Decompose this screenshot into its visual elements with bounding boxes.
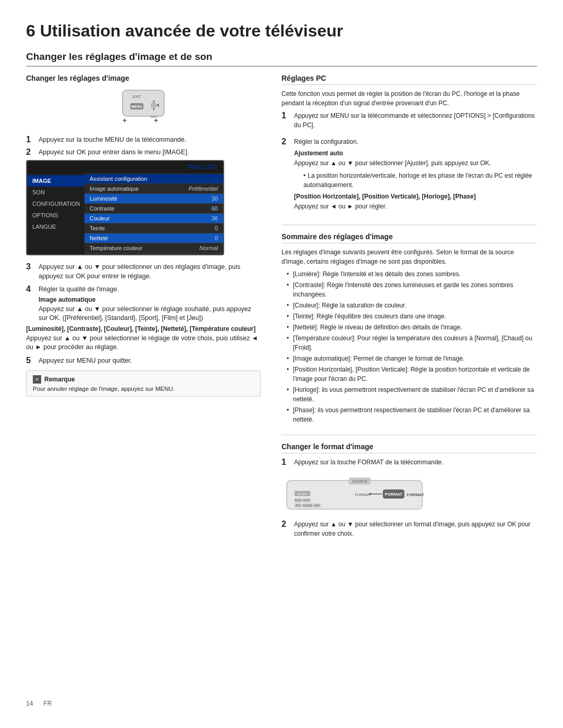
summary-section: Sommaire des réglages d'image Les réglag… [282, 232, 537, 424]
right-column: Réglages PC Cette fonction vous permet d… [282, 74, 537, 684]
menu-row-contraste: Contraste 60 [84, 204, 223, 214]
bullet-9: [Horloge]: ils vous permettront respecti… [287, 385, 537, 404]
menu-row-value: 60 [212, 205, 218, 212]
bullet-3: [Couleur]: Règle la saturation de couleu… [287, 301, 537, 310]
svg-text:FORMAT: FORMAT [385, 492, 402, 497]
step-4-num: 4 [26, 285, 34, 294]
pc-step-1-num: 1 [282, 111, 290, 133]
format-step-2: 2 Appuyez sur ▲ ou ▼ pour sélectionner u… [282, 520, 537, 541]
menu-row-assistant: Assistant configuration [84, 174, 223, 184]
chapter-number: 6 [26, 21, 35, 40]
pc-step-2-num: 2 [282, 137, 290, 214]
pc-step-1-text: Appuyez sur MENU sur la télécommande et … [294, 111, 537, 130]
note-header: ≡ Remarque [33, 375, 254, 384]
bullet-1: [Lumière]: Règle l'intensité et les déta… [287, 269, 537, 279]
pc-subgroup-label: [Position Horizontale], [Position Vertic… [294, 193, 537, 200]
svg-text:SAP: SAP [314, 504, 320, 507]
svg-text:PIC: PIC [296, 504, 300, 507]
pc-step-2-note: •La position horizontale/verticale, horl… [303, 171, 537, 190]
sidebar-configuration: CONFIGURATION [27, 198, 84, 209]
bullet-10: [Phase]: ils vous permettront respective… [287, 405, 537, 424]
menu-row-label: Netteté [90, 235, 108, 241]
format-step-2-text: Appuyez sur ▲ ou ▼ pour sélectionner un … [294, 520, 537, 538]
tv-menu-header: PHILIPS [27, 161, 223, 173]
format-step-1-text: Appuyez sur la touche FORMAT de la téléc… [294, 458, 443, 467]
subgroup-1-text: Appuyez sur ▲ ou ▼ pour sélectionner le … [26, 334, 261, 352]
menu-row-value: 36 [212, 215, 218, 221]
format-diagram: SOURCE SLEEP AUTO AUTO PIC SOUND [282, 475, 537, 514]
svg-text:+: + [123, 116, 127, 125]
svg-text:SOURCE: SOURCE [352, 479, 368, 483]
step-3-num: 3 [26, 262, 34, 272]
pc-step-2-label: Régler la configuration. [294, 137, 537, 146]
format-section: Changer le format d'image 1 Appuyez sur … [282, 442, 537, 541]
step-1: 1 Appuyez sur la touche MENU de la téléc… [26, 135, 261, 145]
menu-row-value: 30 [212, 195, 218, 202]
left-subsection-title: Changer les réglages d'image [26, 74, 261, 82]
subgroup-1: [Luminosité], [Contraste], [Couleur], [T… [26, 325, 261, 352]
step-5-text: Appuyez sur MENU pour quitter. [39, 356, 132, 366]
menu-row-nettete: Netteté 0 [84, 233, 223, 243]
divider-2 [282, 435, 537, 435]
summary-section-title: Sommaire des réglages d'image [282, 232, 537, 243]
menu-row-value: Normal [200, 245, 218, 251]
format-section-title: Changer le format d'image [282, 442, 537, 453]
chapter-title: 6 Utilisation avancée de votre téléviseu… [26, 21, 537, 41]
sidebar-son: SON [27, 187, 84, 198]
menu-row-value: 0 [215, 225, 218, 231]
step-3: 3 Appuyez sur ▲ ou ▼ pour sélectionner u… [26, 263, 261, 281]
note-box: ≡ Remarque Pour annuler réglage de l'ima… [26, 371, 261, 397]
step-5-num: 5 [26, 356, 34, 365]
svg-text:EXIT: EXIT [132, 95, 141, 98]
philips-logo: PHILIPS [188, 163, 218, 171]
svg-text:FORMAT: FORMAT [407, 492, 424, 497]
format-step-1: 1 Appuyez sur la touche FORMAT de la tél… [282, 458, 537, 470]
menu-row-label: Teinte [90, 225, 105, 231]
sidebar-image: IMAGE [27, 175, 84, 187]
pc-subgroup-text: Appuyez sur ◄ ou ► pour régler. [294, 202, 537, 211]
svg-point-7 [151, 103, 156, 108]
tv-menu-content: Assistant configuration Image automatiqu… [84, 173, 223, 254]
menu-row-temperature: Température couleur Normal [84, 243, 223, 253]
step-2: 2 Appuyez sur OK pour entrer dans le men… [26, 148, 261, 157]
divider-1 [282, 225, 537, 225]
pc-note-text: La position horizontale/verticale, horlo… [303, 172, 532, 189]
summary-intro: Les réglages d'image suivants peuvent êt… [282, 248, 537, 266]
left-column: Changer les réglages d'image MENU E [26, 74, 261, 684]
menu-row-label: Image automatique [90, 186, 139, 192]
step-1-text: Appuyez sur la touche MENU de la télécom… [39, 135, 186, 145]
page-number: 14 [26, 700, 33, 707]
tv-menu-sidebar: IMAGE SON CONFIGURATION OPTIONS LANGUE [27, 173, 84, 254]
step-4-sublabel: Image automatique [39, 296, 261, 303]
section-title: Changer les réglages d'image et de son [26, 51, 537, 67]
step-5: 5 Appuyez sur MENU pour quitter. [26, 356, 261, 366]
menu-row-label: Couleur [90, 215, 110, 221]
sidebar-options: OPTIONS [27, 209, 84, 221]
page-footer: 14 FR [26, 700, 537, 707]
menu-row-couleur: Couleur 36 [84, 214, 223, 224]
bullet-2: [Contraste]: Règle l'intensité des zones… [287, 280, 537, 299]
menu-row-value: Préférentiel [189, 186, 218, 192]
menu-row-label: Luminosité [90, 195, 117, 202]
format-step-1-num: 1 [282, 458, 290, 470]
step-4-subtext: Appuyez sur ▲ ou ▼ pour sélectionner le … [39, 305, 261, 323]
svg-rect-0 [123, 90, 164, 116]
menu-row-luminosite: Luminosité 30 [84, 194, 223, 204]
pc-intro: Cette fonction vous permet de régler la … [282, 89, 537, 108]
note-icon: ≡ [33, 375, 41, 384]
menu-row-value: 0 [215, 235, 218, 241]
step-1-num: 1 [26, 135, 34, 144]
menu-row-image-auto: Image automatique Préférentiel [84, 184, 223, 194]
pc-step-2-subtext: Appuyez sur ▲ ou ▼ pour sélectionner [Aj… [294, 158, 537, 168]
menu-row-label: Température couleur [90, 245, 142, 251]
format-step-2-num: 2 [282, 520, 290, 541]
step-2-num: 2 [26, 147, 34, 157]
pc-section-title: Réglages PC [282, 74, 537, 85]
pc-section: Réglages PC Cette fonction vous permet d… [282, 74, 537, 214]
svg-text:AUTO: AUTO [294, 499, 302, 502]
bullet-5: [Netteté]: Règle le niveau de définition… [287, 323, 537, 332]
tv-menu-body: IMAGE SON CONFIGURATION OPTIONS LANGUE A… [27, 173, 223, 254]
menu-row-label: Contraste [90, 205, 115, 212]
svg-point-31 [369, 493, 371, 495]
page-lang: FR [43, 700, 52, 707]
